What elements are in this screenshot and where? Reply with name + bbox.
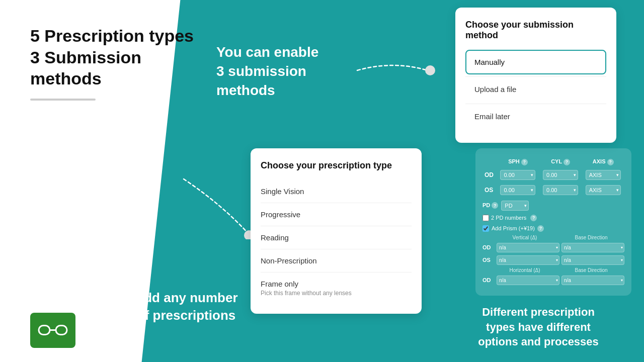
bottom-text: Different prescription types have differ…: [460, 305, 616, 349]
od-axis-cell: AXIS: [582, 167, 624, 183]
prism-od-hv-select[interactable]: n/a: [497, 276, 559, 285]
heading-line1: 5 Prescription types: [30, 25, 194, 47]
left-panel: 5 Prescription types 3 Submission method…: [30, 25, 194, 101]
os-cyl-wrapper: 0.00: [543, 185, 578, 195]
vertical-delta-header: Vertical (Δ): [492, 235, 558, 240]
svg-rect-2: [39, 326, 50, 335]
os-sph-wrapper: 0.00: [500, 185, 535, 195]
middle-text: You can enable 3 submission methods: [216, 43, 342, 100]
od-sph-wrapper: 0.00: [500, 170, 535, 180]
table-row-od: OD 0.00 0.00: [482, 167, 624, 183]
prescription-card: Choose your prescription type Single Vis…: [251, 148, 422, 314]
os-axis-wrapper: AXIS: [586, 185, 621, 195]
cyl-help-icon[interactable]: ?: [564, 159, 570, 165]
heading-line2: 3 Submission: [30, 47, 194, 68]
prescription-form-card: SPH ? CYL ? AXIS ? OD 0.00: [475, 148, 631, 296]
prescription-form-table: SPH ? CYL ? AXIS ? OD 0.00: [482, 156, 624, 198]
svg-rect-3: [56, 326, 67, 335]
od-cyl-cell: 0.00: [539, 167, 582, 183]
two-pd-label: 2 PD numbers: [482, 215, 526, 221]
prism-od-label: OD: [482, 244, 495, 250]
os-sph-select[interactable]: 0.00: [500, 185, 535, 195]
add-prism-checkbox[interactable]: [482, 225, 489, 232]
prism-os-b-select[interactable]: n/a: [561, 255, 624, 265]
os-cyl-select[interactable]: 0.00: [543, 185, 578, 195]
dashed-arrow-bottom: [171, 174, 257, 241]
left-divider: [30, 99, 96, 101]
prescription-card-title: Choose your prescription type: [261, 160, 412, 171]
two-pd-help-icon[interactable]: ?: [530, 215, 537, 221]
dashed-arrow-top: [352, 58, 438, 85]
frame-only-sublabel: Pick this frame without any lenses: [261, 290, 412, 297]
od-cyl-select[interactable]: 0.00: [543, 170, 578, 180]
base-direction-header2: Base Direction: [558, 267, 624, 273]
prism-od-hb-wrap: n/a: [561, 275, 624, 285]
od-axis-select[interactable]: AXIS: [586, 170, 621, 180]
prism-section: Add Prism (+¥19) ? Vertical (Δ) Base Dir…: [482, 225, 624, 285]
pd-label: PD ?: [482, 202, 498, 209]
col-empty: [482, 156, 497, 167]
prism-os-b-wrap: n/a: [561, 255, 624, 265]
prism-help-icon[interactable]: ?: [537, 225, 544, 232]
prism-horizontal-headers: Horizontal (Δ) Base Direction: [482, 267, 624, 273]
prism-os-v-select[interactable]: n/a: [497, 255, 559, 265]
prism-header: Add Prism (+¥19) ?: [482, 225, 624, 232]
prism-os-label: OS: [482, 257, 495, 263]
pd-help-icon[interactable]: ?: [492, 202, 498, 209]
pd-select[interactable]: PD: [501, 201, 529, 211]
os-cyl-cell: 0.00: [539, 183, 582, 198]
od-cyl-wrapper: 0.00: [543, 170, 578, 180]
od-axis-wrapper: AXIS: [586, 170, 621, 180]
prism-od-b-wrap: n/a: [561, 242, 624, 252]
prism-od-h-label: OD: [482, 277, 495, 283]
prism-os-v-wrap: n/a: [497, 255, 559, 265]
prism-od-b-select[interactable]: n/a: [561, 243, 624, 252]
od-label: OD: [482, 167, 497, 183]
col-axis: AXIS ?: [582, 156, 624, 167]
prescription-option-reading[interactable]: Reading: [261, 226, 412, 249]
col-cyl: CYL ?: [539, 156, 582, 167]
table-row-os: OS 0.00 0.00: [482, 183, 624, 198]
prescription-option-progressive[interactable]: Progressive: [261, 203, 412, 226]
prism-vertical-headers: Vertical (Δ) Base Direction: [482, 235, 624, 240]
prism-od-v-select[interactable]: n/a: [497, 243, 559, 252]
submission-option-upload[interactable]: Upload a file: [465, 77, 606, 102]
prism-os-vertical-row: OS n/a n/a: [482, 255, 624, 265]
od-sph-select[interactable]: 0.00: [500, 170, 535, 180]
prism-od-hb-select[interactable]: n/a: [561, 276, 624, 285]
prism-od-horizontal-row: OD n/a n/a: [482, 275, 624, 285]
submission-title: Choose your submission method: [465, 20, 606, 41]
base-direction-header1: Base Direction: [558, 235, 624, 240]
axis-help-icon[interactable]: ?: [607, 159, 614, 165]
od-sph-cell: 0.00: [497, 167, 539, 183]
add-prescriptions-text: Add any number of prescriptions: [128, 289, 244, 324]
horizontal-delta-header: Horizontal (Δ): [492, 267, 558, 273]
heading-line3: methods: [30, 68, 194, 89]
two-pd-checkbox[interactable]: [482, 215, 489, 221]
logo: [30, 313, 75, 348]
prism-label: Add Prism (+¥19): [492, 225, 535, 231]
prism-od-v-wrap: n/a: [497, 242, 559, 252]
submission-option-email[interactable]: Email later: [465, 104, 606, 129]
sph-help-icon[interactable]: ?: [521, 159, 528, 165]
col-sph: SPH ?: [497, 156, 539, 167]
two-pd-row: 2 PD numbers ?: [482, 215, 624, 221]
os-axis-cell: AXIS: [582, 183, 624, 198]
prescription-option-non-prescription[interactable]: Non-Prescription: [261, 249, 412, 273]
os-label: OS: [482, 183, 497, 198]
prism-od-vertical-row: OD n/a n/a: [482, 242, 624, 252]
pd-select-wrapper: PD: [501, 201, 529, 211]
pd-row: PD ? PD: [482, 201, 624, 211]
prescription-option-single-vision[interactable]: Single Vision: [261, 180, 412, 203]
submission-card: Choose your submission method Manually U…: [455, 8, 616, 143]
svg-point-0: [425, 65, 435, 75]
os-axis-select[interactable]: AXIS: [586, 185, 621, 195]
os-sph-cell: 0.00: [497, 183, 539, 198]
submission-option-manually[interactable]: Manually: [465, 50, 606, 74]
prescription-option-frame-only[interactable]: Frame only Pick this frame without any l…: [261, 273, 412, 304]
prism-od-hv-wrap: n/a: [497, 275, 559, 285]
